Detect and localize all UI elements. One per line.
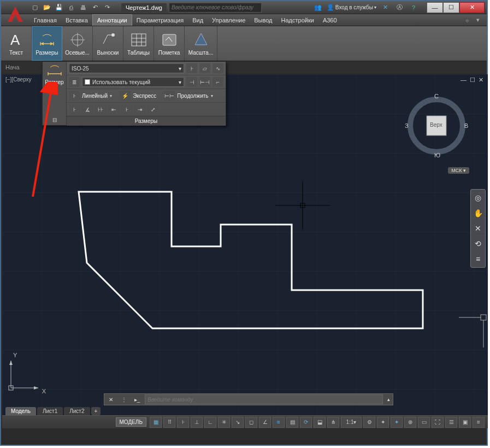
dim-align-right-icon[interactable]: ⇥ [134,104,145,114]
status-annoscale-icon[interactable]: ⋔ [327,417,339,428]
ribbon-dimensions-button[interactable]: Размеры [32,26,62,61]
nav-zoom-extents-icon[interactable]: ✕ [472,222,484,234]
status-track-icon[interactable]: ∠ [259,417,271,428]
compass-e[interactable]: В [464,122,468,129]
app-logo-icon[interactable] [4,3,26,25]
qat-new-icon[interactable]: ▢ [29,2,40,13]
qat-print-icon[interactable]: 🖶 [78,2,88,13]
compass-n[interactable]: С [434,93,439,99]
nav-fullnav-icon[interactable]: ◎ [472,192,484,204]
status-lwt-icon[interactable]: ≡ [273,417,285,428]
viewcube[interactable]: С Ю В З Верх [404,93,469,158]
ribbon-centerlines-button[interactable]: Осевые... [62,26,93,61]
dim-jog-icon[interactable]: ⌐ [212,77,223,87]
nav-orbit-icon[interactable]: ⟲ [472,238,484,250]
cmdline-close-icon[interactable]: ✕ [107,395,115,404]
tab-home[interactable]: Главная [29,15,61,26]
tab-output[interactable]: Вывод [250,15,276,26]
viewcube-face-top[interactable]: Верх [430,122,442,128]
qat-open-icon[interactable]: 📂 [42,2,52,13]
dim-align-center-icon[interactable]: ⊦ [121,104,132,114]
dimension-tool-icon[interactable] [45,63,64,78]
status-scale-button[interactable]: 1:1 ▾ [341,417,362,428]
nav-showmotion-icon[interactable]: ≡ [472,253,484,265]
dim-textalign-icon[interactable]: ⊦⊦ [95,104,106,114]
sign-in-people-icon[interactable]: 👥 [312,2,323,13]
tab-annotate[interactable]: Аннотации [92,14,132,26]
ribbon-tables-button[interactable]: Таблицы [123,26,154,61]
start-tab-label[interactable]: Нача [5,64,20,70]
model-tab[interactable]: Модель [5,407,36,415]
dim-express-label[interactable]: Экспресс [133,93,156,99]
command-line[interactable]: ✕ ⋮ ▸_ ▴ [104,393,393,405]
ribbon-leaders-button[interactable]: Выноски [93,26,123,61]
dimstyle-select[interactable]: ISO-25▾ [69,63,184,73]
status-isolate-icon[interactable]: ☰ [445,417,457,428]
qat-redo-icon[interactable]: ↷ [102,2,113,13]
ucs-icon[interactable]: X Y [5,355,44,393]
tab-view[interactable]: Вид [188,15,208,26]
add-layout-button[interactable]: + [91,407,101,415]
status-osnap-icon[interactable]: ◻ [245,417,257,428]
status-snap-icon[interactable]: ⠿ [163,417,175,428]
qat-saveas-icon[interactable]: ⎙ [66,2,76,13]
cmdline-handle-icon[interactable]: ⋮ [120,395,128,404]
dim-override-icon[interactable]: ▱ [199,63,210,73]
dim-linear-icon[interactable]: ⊦ [69,91,80,101]
tab-a360[interactable]: A360 [318,15,341,26]
status-qprop-icon[interactable]: ⬓ [314,417,326,428]
status-annovis-icon[interactable]: ✦ [377,417,389,428]
featured-apps-icon[interactable]: ⟐ [463,16,471,25]
ribbon-markup-button[interactable]: Пометка [154,26,185,61]
cmdline-history-icon[interactable]: ▴ [384,395,393,404]
dim-continue-label[interactable]: Продолжить [177,93,208,99]
help-icon[interactable]: ? [408,2,419,13]
status-hwacc-icon[interactable]: ⛶ [432,417,444,428]
status-cycle-icon[interactable]: ⟳ [300,417,312,428]
tab-manage[interactable]: Управление [208,15,250,26]
dim-continue-icon[interactable]: ⊢⊢ [164,91,175,101]
dim-align-left-icon[interactable]: ⇤ [108,104,119,114]
compass-w[interactable]: З [405,122,409,129]
tab-insert[interactable]: Вставка [61,15,92,26]
viewport-minimize-icon[interactable]: — [461,76,467,84]
panel-dropdown-icon[interactable]: ▾ [474,16,482,25]
status-model-button[interactable]: МОДЕЛЬ [116,417,146,427]
status-ws-icon[interactable]: ✦ [391,417,403,428]
status-grid-icon[interactable]: ▦ [150,417,162,428]
status-transparency-icon[interactable]: ▤ [286,417,298,428]
viewport-maximize-icon[interactable]: ☐ [470,76,475,84]
ribbon-scale-button[interactable]: Масшта... [185,26,217,61]
dim-express-icon[interactable]: ⚡ [120,91,131,101]
dim-update-icon[interactable]: ⊦ [186,63,197,73]
dimlayer-select[interactable]: Использовать текущий▾ [82,77,184,87]
status-monitor-icon[interactable]: ⊕ [404,417,416,428]
dim-reassoc-icon[interactable]: ∿ [212,63,223,73]
sign-in-link[interactable]: 👤 Вход в службы ▾ [327,4,376,11]
document-tab[interactable]: Чертеж1.dwg [121,3,167,12]
layout2-tab[interactable]: Лист2 [64,407,90,415]
dim-angular-icon[interactable]: ∡ [82,104,93,114]
tab-addins[interactable]: Надстройки [277,15,318,26]
qat-save-icon[interactable]: 💾 [54,2,64,13]
dim-layers-icon[interactable]: ≣ [69,77,80,87]
status-clean-icon[interactable]: ▣ [459,417,471,428]
dim-linear-label[interactable]: Линейный [82,93,108,99]
tab-parametric[interactable]: Параметризация [132,15,188,26]
dim-space-icon[interactable]: ⊢⊣ [199,77,210,87]
drawing-canvas[interactable]: [−][Сверху — ☐ ✕ С Ю В З Верх МСК ▾ ◎ ✋ … [2,74,488,428]
a360-icon[interactable]: Ⓐ [394,2,405,13]
status-iso-icon[interactable]: ↘ [232,417,244,428]
exchange-icon[interactable]: ✕ [380,2,391,13]
wcs-badge[interactable]: МСК ▾ [448,167,469,174]
dim-pin-icon[interactable]: ⊟ [49,115,60,125]
compass-s[interactable]: Ю [434,152,440,158]
window-minimize-button[interactable]: — [427,2,443,13]
status-ortho-icon[interactable]: ∟ [204,417,216,428]
window-maximize-button[interactable]: ☐ [443,2,459,13]
dim-oblique-icon[interactable]: ⊦ [69,104,80,114]
status-dyn-icon[interactable]: ⊥ [191,417,203,428]
layout1-tab[interactable]: Лист1 [37,407,63,415]
help-search-input[interactable] [169,3,262,13]
nav-pan-icon[interactable]: ✋ [472,207,484,219]
